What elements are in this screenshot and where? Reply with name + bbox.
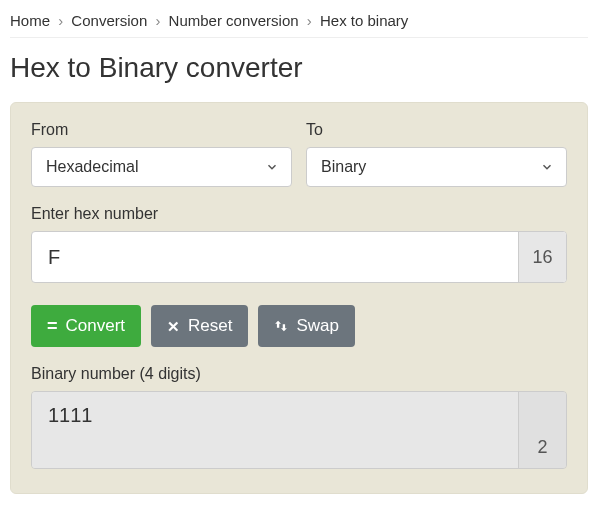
chevron-down-icon	[540, 160, 554, 174]
from-select-value: Hexadecimal	[46, 158, 138, 176]
breadcrumb-home[interactable]: Home	[10, 12, 50, 29]
converter-panel: From Hexadecimal To Binary Enter hex num…	[10, 102, 588, 494]
close-icon: ✕	[167, 319, 180, 334]
hex-input[interactable]	[32, 232, 518, 282]
convert-button-label: Convert	[66, 316, 126, 336]
to-label: To	[306, 121, 567, 139]
to-select[interactable]: Binary	[306, 147, 567, 187]
output-label: Binary number (4 digits)	[31, 365, 567, 383]
breadcrumb: Home › Conversion › Number conversion › …	[10, 8, 588, 38]
binary-output[interactable]	[32, 392, 518, 468]
input-base-badge: 16	[518, 232, 566, 282]
breadcrumb-current: Hex to binary	[320, 12, 408, 29]
from-select[interactable]: Hexadecimal	[31, 147, 292, 187]
from-label: From	[31, 121, 292, 139]
swap-button-label: Swap	[296, 316, 339, 336]
reset-button[interactable]: ✕ Reset	[151, 305, 248, 347]
swap-button[interactable]: Swap	[258, 305, 355, 347]
breadcrumb-sep: ›	[58, 12, 63, 29]
breadcrumb-sep: ›	[307, 12, 312, 29]
chevron-down-icon	[265, 160, 279, 174]
page-title: Hex to Binary converter	[10, 52, 588, 84]
breadcrumb-sep: ›	[155, 12, 160, 29]
swap-icon	[274, 318, 288, 334]
convert-button[interactable]: = Convert	[31, 305, 141, 347]
breadcrumb-conversion[interactable]: Conversion	[71, 12, 147, 29]
input-label: Enter hex number	[31, 205, 567, 223]
to-select-value: Binary	[321, 158, 366, 176]
reset-button-label: Reset	[188, 316, 232, 336]
equals-icon: =	[47, 317, 58, 335]
breadcrumb-number-conversion[interactable]: Number conversion	[169, 12, 299, 29]
output-base-badge: 2	[518, 392, 566, 468]
